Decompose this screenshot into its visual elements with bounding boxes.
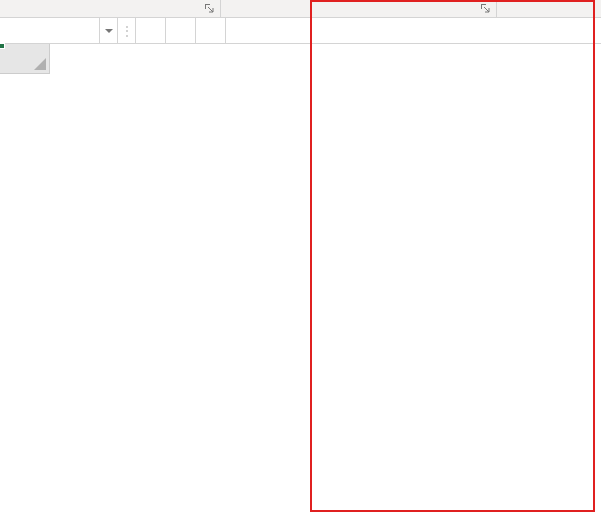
select-all-corner[interactable]	[0, 44, 50, 74]
ribbon-group-clipboard	[0, 0, 220, 17]
dialog-launcher-icon[interactable]	[202, 1, 216, 15]
enter-button[interactable]	[166, 18, 196, 43]
ribbon-group-labels	[0, 0, 601, 18]
name-box-dropdown[interactable]	[100, 18, 118, 43]
formula-input[interactable]	[226, 18, 601, 43]
formula-spacer: ⋮	[118, 18, 136, 43]
dialog-launcher-icon[interactable]	[478, 1, 492, 15]
name-box[interactable]	[0, 18, 100, 43]
cancel-button[interactable]	[136, 18, 166, 43]
ribbon-separator	[496, 0, 497, 17]
formula-bar: ⋮	[0, 18, 601, 44]
ribbon-group-font	[221, 0, 496, 17]
insert-function-button[interactable]	[196, 18, 226, 43]
highlight-box	[310, 0, 595, 512]
